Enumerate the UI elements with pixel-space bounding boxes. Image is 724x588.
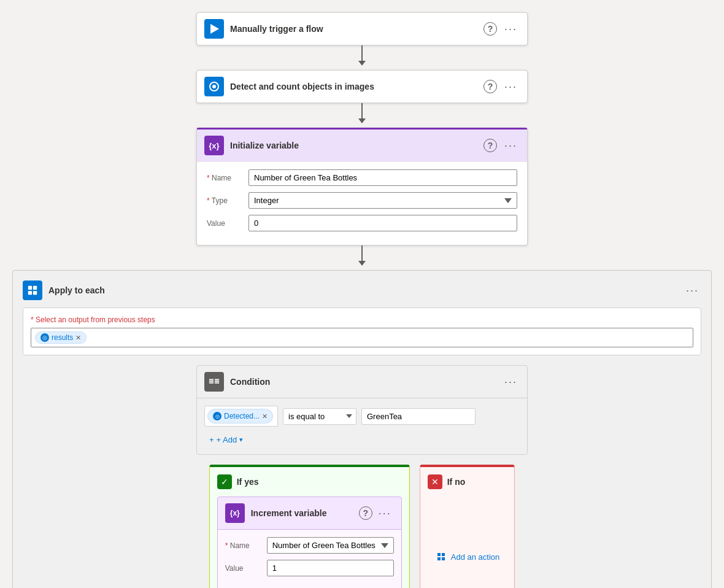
- trigger-help-button[interactable]: ?: [483, 22, 497, 36]
- tag-close-button[interactable]: ✕: [75, 334, 81, 342]
- detect-step: Detect and count objects in images ? ···: [196, 70, 528, 103]
- flow-canvas: Manually trigger a flow ? ··· Detect and…: [12, 12, 712, 588]
- arrow-2: [358, 103, 366, 128]
- condition-menu-button[interactable]: ···: [502, 374, 520, 390]
- if-yes-label: If yes: [237, 477, 259, 487]
- if-yes-panel: ✓ If yes {x} Increment variable ?: [209, 465, 410, 588]
- detect-menu-button[interactable]: ···: [502, 79, 520, 95]
- if-yes-icon: ✓: [217, 474, 232, 489]
- condition-area: Condition ··· ◎ Detected... ✕: [23, 365, 701, 588]
- increment-value-input[interactable]: [267, 560, 394, 576]
- increment-card: {x} Increment variable ? ··· Name: [217, 497, 402, 588]
- svg-point-1: [212, 85, 216, 88]
- svg-rect-8: [209, 379, 214, 381]
- svg-rect-16: [437, 553, 441, 556]
- trigger-title: Manually trigger a flow: [230, 24, 477, 34]
- arrow-1: [358, 45, 366, 70]
- svg-rect-3: [33, 286, 37, 290]
- increment-body: Name Number of Green Tea Bottles Value: [218, 529, 401, 588]
- output-tag: ◎ results ✕: [35, 331, 87, 344]
- init-var-body: Name Type Integer Float Boolean String A…: [197, 161, 527, 245]
- value-field-row: Value: [207, 215, 517, 231]
- increment-value-row: Value: [225, 560, 394, 576]
- trigger-actions: ? ···: [483, 21, 520, 37]
- if-yes-header: ✓ If yes: [217, 474, 402, 489]
- if-no-icon: ✕: [428, 474, 442, 489]
- add-chevron: ▾: [239, 436, 243, 444]
- init-var-help-button[interactable]: ?: [483, 139, 497, 152]
- if-no-add-action-label: Add an action: [451, 552, 500, 562]
- init-var-header: {x} Initialize variable ? ···: [197, 130, 527, 161]
- increment-name-select[interactable]: Number of Green Tea Bottles: [267, 537, 394, 554]
- detected-tag: ◎ Detected... ✕: [207, 409, 273, 424]
- detect-help-button[interactable]: ?: [483, 80, 497, 93]
- type-field-row: Type Integer Float Boolean String Array …: [207, 192, 517, 209]
- increment-value-label: Value: [225, 564, 262, 573]
- apply-each-header: Apply to each ···: [23, 280, 701, 308]
- select-output-area: * Select an output from previous steps ◎…: [23, 308, 701, 355]
- detected-tag-icon: ◎: [213, 412, 221, 420]
- detected-tag-label: Detected...: [224, 412, 260, 420]
- if-no-panel: ✕ If no Add an action: [420, 465, 515, 588]
- init-var-title: Initialize variable: [230, 141, 477, 150]
- trigger-icon: [204, 19, 224, 39]
- init-var-actions: ? ···: [483, 138, 520, 153]
- arrow-3: [358, 246, 366, 270]
- trigger-step-header: Manually trigger a flow ? ···: [197, 13, 527, 45]
- type-select[interactable]: Integer Float Boolean String Array Objec…: [248, 192, 517, 209]
- init-var-step: {x} Initialize variable ? ··· Name Type …: [196, 128, 528, 246]
- condition-value-input[interactable]: [361, 408, 476, 425]
- trigger-step: Manually trigger a flow ? ···: [196, 12, 528, 45]
- increment-name-row: Name Number of Green Tea Bottles: [225, 537, 394, 554]
- operator-select[interactable]: is equal to is not equal to is greater t…: [283, 408, 356, 425]
- svg-rect-10: [209, 382, 214, 384]
- detect-title: Detect and count objects in images: [230, 82, 477, 91]
- if-no-add-action-icon: [435, 551, 447, 563]
- add-condition-button[interactable]: + + Add ▾: [204, 433, 248, 447]
- apply-each-container: Apply to each ··· * Select an output fro…: [12, 270, 712, 588]
- increment-menu-button[interactable]: ···: [376, 506, 394, 521]
- condition-header: Condition ···: [197, 366, 527, 398]
- apply-each-icon: [23, 280, 42, 300]
- detect-actions: ? ···: [483, 79, 520, 95]
- value-label: Value: [207, 219, 244, 228]
- svg-rect-9: [215, 379, 219, 381]
- branches-container: ✓ If yes {x} Increment variable ?: [209, 465, 515, 588]
- if-no-header: ✕ If no: [428, 474, 507, 489]
- select-output-label: * Select an output from previous steps: [31, 315, 693, 324]
- value-input[interactable]: [248, 215, 517, 231]
- type-label: Type: [207, 196, 244, 205]
- name-field-row: Name: [207, 169, 517, 186]
- init-var-icon: {x}: [204, 136, 224, 155]
- svg-rect-6: [209, 381, 214, 382]
- apply-each-menu-button[interactable]: ···: [684, 283, 701, 298]
- tag-label: results: [52, 333, 73, 342]
- name-label: Name: [207, 174, 244, 182]
- increment-title: Increment variable: [251, 508, 353, 518]
- add-icon: +: [209, 435, 214, 444]
- detected-close[interactable]: ✕: [262, 412, 268, 420]
- if-no-label: If no: [447, 477, 466, 487]
- tag-icon: ◎: [40, 333, 49, 342]
- condition-card: Condition ··· ◎ Detected... ✕: [196, 365, 528, 455]
- svg-rect-17: [442, 553, 445, 556]
- increment-name-label: Name: [225, 541, 262, 550]
- increment-header: {x} Increment variable ? ···: [218, 497, 401, 529]
- trigger-menu-button[interactable]: ···: [502, 21, 520, 37]
- init-var-menu-button[interactable]: ···: [502, 138, 520, 153]
- svg-rect-18: [437, 557, 441, 560]
- svg-rect-7: [215, 381, 219, 382]
- add-label: + Add: [217, 435, 237, 444]
- output-tag-container[interactable]: ◎ results ✕: [31, 328, 693, 347]
- detect-step-header: Detect and count objects in images ? ···: [197, 71, 527, 103]
- condition-icon: [204, 372, 224, 392]
- svg-rect-19: [442, 557, 445, 560]
- svg-rect-5: [33, 291, 37, 295]
- name-input[interactable]: [248, 169, 517, 186]
- detect-icon: [204, 77, 224, 96]
- increment-help-button[interactable]: ?: [359, 506, 372, 520]
- svg-rect-2: [28, 286, 32, 290]
- if-no-add-action-button[interactable]: Add an action: [428, 546, 507, 568]
- increment-icon: {x}: [225, 503, 245, 523]
- condition-title: Condition: [230, 377, 496, 387]
